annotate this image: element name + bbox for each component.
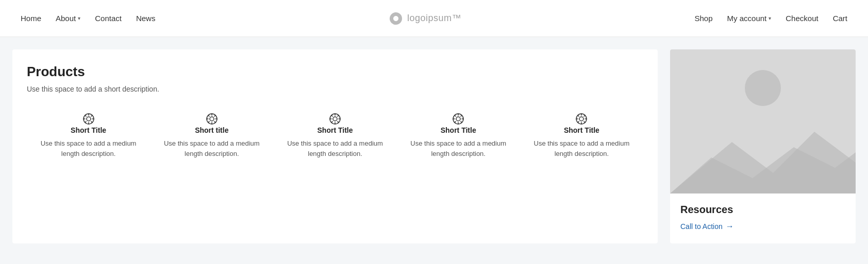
nav-right: Shop My account ▾ Checkout Cart [695, 14, 847, 23]
nav-contact[interactable]: Contact [95, 14, 122, 23]
sidebar-image-placeholder [670, 49, 856, 193]
placeholder-circle-icon [745, 70, 781, 106]
product-item: Short Title Use this space to add a medi… [520, 108, 643, 163]
product-icon [451, 112, 465, 126]
product-item-title: Short title [195, 126, 228, 134]
products-title: Products [27, 64, 643, 80]
resources-title: Resources [680, 204, 845, 216]
product-icon [574, 112, 589, 126]
product-item: Short title Use this space to add a medi… [150, 108, 273, 163]
nav-cart[interactable]: Cart [833, 14, 847, 23]
sidebar: Resources Call to Action → [670, 49, 856, 243]
product-item: Short Title Use this space to add a medi… [27, 108, 150, 163]
products-panel: Products Use this space to add a short d… [12, 49, 658, 243]
nav-left: Home About ▾ Contact News [21, 14, 155, 23]
product-icon [205, 112, 219, 126]
product-item-desc: Use this space to add a medium length de… [526, 138, 637, 159]
cta-link[interactable]: Call to Action → [680, 222, 845, 231]
product-item-desc: Use this space to add a medium length de… [156, 138, 267, 159]
nav-home[interactable]: Home [21, 14, 41, 23]
products-grid: Short Title Use this space to add a medi… [27, 108, 643, 163]
product-item-desc: Use this space to add a medium length de… [403, 138, 514, 159]
placeholder-mountains-icon [670, 121, 856, 193]
product-item-desc: Use this space to add a medium length de… [33, 138, 144, 159]
page-body: Products Use this space to add a short d… [0, 37, 868, 256]
product-icon [81, 112, 96, 126]
nav-about[interactable]: About ▾ [56, 14, 80, 23]
sidebar-resources: Resources Call to Action → [670, 193, 856, 243]
product-item-title: Short Title [318, 126, 353, 134]
logo-text: logoipsum™ [407, 13, 461, 24]
svg-point-9 [579, 117, 583, 121]
logo-icon [389, 11, 403, 26]
nav-my-account-label: My account [727, 14, 767, 23]
nav-about-label: About [56, 14, 76, 23]
product-icon [328, 112, 342, 126]
product-item: Short Title Use this space to add a medi… [397, 108, 520, 163]
cta-label: Call to Action [680, 222, 723, 231]
nav-my-account[interactable]: My account ▾ [727, 14, 772, 23]
nav-news[interactable]: News [136, 14, 156, 23]
product-item-title: Short Title [441, 126, 476, 134]
svg-point-7 [456, 117, 460, 121]
product-item-title: Short Title [564, 126, 599, 134]
svg-point-1 [87, 117, 91, 121]
products-description: Use this space to add a short descriptio… [27, 85, 643, 93]
svg-point-3 [210, 117, 214, 121]
header: Home About ▾ Contact News logoipsum™ Sho… [0, 0, 868, 37]
logo[interactable]: logoipsum™ [389, 11, 461, 26]
my-account-chevron-down-icon: ▾ [769, 15, 771, 21]
product-item: Short Title Use this space to add a medi… [273, 108, 396, 163]
product-item-title: Short Title [71, 126, 106, 134]
product-item-desc: Use this space to add a medium length de… [279, 138, 390, 159]
arrow-right-icon: → [726, 222, 734, 231]
svg-point-5 [333, 117, 337, 121]
nav-shop[interactable]: Shop [695, 14, 713, 23]
about-chevron-down-icon: ▾ [78, 15, 80, 21]
nav-checkout[interactable]: Checkout [786, 14, 818, 23]
